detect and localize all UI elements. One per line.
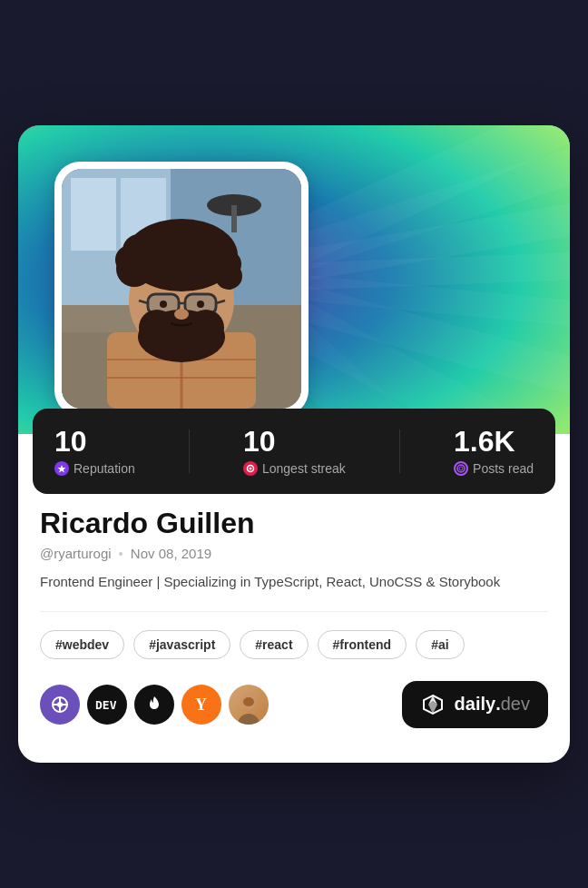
svg-point-41 [197, 301, 204, 308]
source-icons: DEV Y [40, 685, 269, 725]
profile-name: Ricardo Guillen [40, 507, 548, 540]
svg-rect-11 [71, 178, 116, 251]
svg-rect-14 [231, 205, 237, 232]
svg-point-32 [215, 262, 242, 290]
meta-dot: • [119, 546, 123, 561]
svg-text:Y: Y [195, 696, 207, 714]
tag-webdev[interactable]: #webdev [40, 630, 124, 659]
svg-point-58 [238, 714, 260, 725]
posts-icon [454, 461, 468, 476]
stat-divider-2 [399, 429, 400, 473]
svg-point-46 [174, 309, 189, 320]
svg-point-49 [249, 468, 251, 470]
ycombinator-source-icon[interactable]: Y [181, 685, 221, 725]
reputation-value: 10 [54, 427, 135, 456]
profile-content: Ricardo Guillen @ryarturogi • Nov 08, 20… [18, 507, 570, 750]
stats-bar: 10 Reputation 10 Long [33, 409, 555, 494]
daily-dev-suffix: dev [501, 694, 530, 715]
svg-point-60 [243, 697, 254, 706]
user-avatar-source-icon[interactable] [229, 685, 269, 725]
svg-point-55 [57, 702, 63, 707]
tags-container: #webdev #javascript #react #frontend #ai [40, 630, 548, 659]
content-divider [40, 611, 548, 612]
hashnode-source-icon[interactable] [134, 685, 174, 725]
streak-icon [243, 461, 258, 476]
avatar [62, 169, 301, 409]
profile-card: 10 Reputation 10 Long [18, 125, 570, 763]
daily-dev-text: daily . dev [455, 694, 530, 715]
devto-source-icon[interactable]: DEV [87, 685, 127, 725]
hero-banner [18, 125, 570, 434]
tag-javascript[interactable]: #javascript [133, 630, 230, 659]
tag-frontend[interactable]: #frontend [318, 630, 407, 659]
svg-point-40 [160, 301, 167, 308]
svg-text:DEV: DEV [95, 698, 117, 712]
crosshair-source-icon[interactable] [40, 685, 80, 725]
tag-ai[interactable]: #ai [416, 630, 464, 659]
streak-label: Longest streak [243, 461, 346, 476]
posts-label: Posts read [454, 461, 534, 476]
profile-bio: Frontend Engineer | Specializing in Type… [40, 572, 548, 593]
tag-react[interactable]: #react [240, 630, 308, 659]
posts-value: 1.6K [454, 427, 534, 456]
reputation-label: Reputation [54, 461, 135, 476]
reputation-icon [54, 461, 69, 476]
stat-divider-1 [189, 429, 190, 473]
profile-meta: @ryarturogi • Nov 08, 2019 [40, 546, 548, 561]
profile-footer: DEV Y [40, 681, 548, 728]
svg-point-51 [459, 467, 463, 470]
reputation-stat: 10 Reputation [54, 427, 135, 476]
posts-stat: 1.6K Posts read [454, 427, 534, 476]
svg-point-50 [457, 465, 465, 472]
daily-word: daily [455, 694, 496, 715]
streak-value: 10 [243, 427, 346, 456]
profile-joined: Nov 08, 2019 [131, 546, 211, 561]
svg-marker-47 [58, 465, 66, 473]
profile-handle: @ryarturogi [40, 546, 112, 561]
avatar-wrapper [54, 162, 309, 416]
streak-stat: 10 Longest streak [243, 427, 346, 476]
daily-dev-logo-icon [420, 692, 446, 717]
daily-dev-badge: daily . dev [402, 681, 548, 728]
